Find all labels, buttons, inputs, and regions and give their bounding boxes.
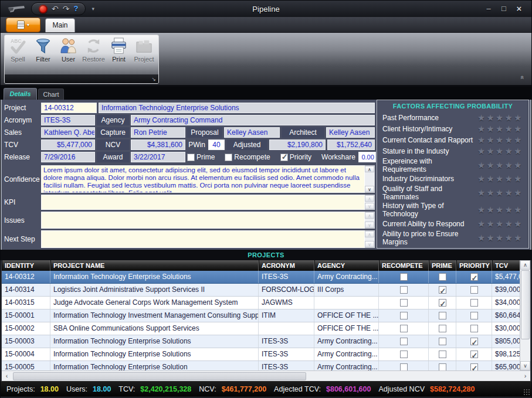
app-menu-icon[interactable] bbox=[39, 5, 48, 13]
table-row[interactable]: 15-00005Information Technology Enterpris… bbox=[2, 361, 520, 370]
star-icon[interactable]: ★ bbox=[496, 113, 505, 123]
vertical-scrollbar[interactable]: ∧ ∨ bbox=[520, 260, 530, 370]
help-icon[interactable]: ? bbox=[73, 5, 78, 13]
star-icon[interactable]: ★ bbox=[477, 135, 487, 145]
scroll-up-icon[interactable]: ∧ bbox=[520, 260, 530, 270]
star-icon[interactable]: ★ bbox=[496, 124, 505, 134]
ribbon-tab-main[interactable]: Main bbox=[45, 18, 75, 32]
recompete-checkbox[interactable] bbox=[400, 325, 408, 332]
horizontal-scrollbar[interactable]: ‹ › bbox=[2, 370, 530, 381]
recompete-checkbox[interactable] bbox=[400, 312, 408, 319]
star-icon[interactable]: ★ bbox=[477, 174, 487, 183]
star-icon[interactable]: ★ bbox=[496, 135, 505, 145]
star-icon[interactable]: ★ bbox=[514, 205, 523, 215]
star-icon[interactable]: ★ bbox=[505, 147, 514, 156]
scrollbar-thumb[interactable] bbox=[13, 372, 306, 380]
user-button[interactable]: User bbox=[56, 37, 81, 63]
star-icon[interactable]: ★ bbox=[496, 147, 505, 156]
table-row[interactable]: 15-00001Information Technology Investmen… bbox=[2, 309, 520, 322]
recompete-checkbox[interactable] bbox=[400, 286, 408, 294]
priority-checkbox[interactable] bbox=[470, 363, 478, 370]
star-icon[interactable]: ★ bbox=[514, 124, 523, 134]
prime-checkbox[interactable] bbox=[439, 338, 446, 345]
column-header-tcv[interactable]: TCV bbox=[492, 260, 520, 271]
priority-checkbox[interactable] bbox=[470, 312, 478, 319]
column-header-priority[interactable]: PRIORITY bbox=[456, 260, 492, 271]
column-header-recompete[interactable]: RECOMPETE bbox=[379, 260, 429, 271]
scroll-left-icon[interactable]: ‹ bbox=[2, 372, 12, 381]
star-icon[interactable]: ★ bbox=[505, 219, 514, 229]
star-icon[interactable]: ★ bbox=[487, 124, 496, 134]
resize-grip-icon[interactable] bbox=[523, 389, 530, 395]
priority-checkbox[interactable] bbox=[470, 286, 478, 294]
star-icon[interactable]: ★ bbox=[505, 205, 514, 215]
star-icon[interactable]: ★ bbox=[505, 135, 514, 145]
star-icon[interactable]: ★ bbox=[505, 233, 514, 243]
prime-checkbox[interactable] bbox=[439, 273, 446, 281]
confidence-scrollbar[interactable]: ∧ ∨ bbox=[365, 165, 375, 193]
star-icon[interactable]: ★ bbox=[505, 161, 514, 170]
application-menu-button[interactable]: ▾ bbox=[6, 18, 40, 32]
prime-checkbox[interactable] bbox=[439, 299, 446, 307]
priority-checkbox[interactable] bbox=[470, 351, 478, 358]
star-icon[interactable]: ★ bbox=[505, 174, 514, 183]
scroll-right-icon[interactable]: › bbox=[520, 372, 530, 381]
sales-field[interactable]: Kathleen Q. Aberr bbox=[41, 127, 95, 138]
proposal-field[interactable]: Kelley Aasen bbox=[224, 127, 280, 138]
recompete-checkbox[interactable] bbox=[400, 299, 408, 307]
star-icon[interactable]: ★ bbox=[496, 205, 505, 215]
project-id-field[interactable]: 14-00312 bbox=[41, 103, 97, 113]
star-icon[interactable]: ★ bbox=[514, 219, 523, 229]
star-icon[interactable]: ★ bbox=[477, 147, 487, 156]
prime-checkbox[interactable] bbox=[187, 154, 195, 161]
star-icon[interactable]: ★ bbox=[505, 113, 514, 123]
adjusted-tcv-field[interactable]: $2,190,800 bbox=[269, 140, 326, 150]
recompete-checkbox[interactable] bbox=[400, 273, 408, 281]
ribbon-collapse-icon[interactable]: « bbox=[519, 76, 526, 79]
star-icon[interactable]: ★ bbox=[514, 147, 523, 156]
print-button[interactable]: Print bbox=[106, 37, 131, 63]
prime-checkbox[interactable] bbox=[439, 363, 446, 370]
column-header-identity[interactable]: IDENTITY bbox=[2, 260, 50, 271]
star-icon[interactable]: ★ bbox=[477, 188, 487, 198]
tcv-field[interactable]: $5,477,000 bbox=[41, 140, 95, 150]
star-icon[interactable]: ★ bbox=[514, 135, 523, 145]
table-row[interactable]: 15-00002SBA Online Communications Suppor… bbox=[2, 322, 520, 335]
star-icon[interactable]: ★ bbox=[496, 219, 505, 229]
recompete-checkbox[interactable] bbox=[400, 351, 408, 358]
star-icon[interactable]: ★ bbox=[514, 233, 523, 243]
column-header-acronym[interactable]: ACRONYM bbox=[259, 260, 314, 271]
star-icon[interactable]: ★ bbox=[477, 124, 487, 134]
star-icon[interactable]: ★ bbox=[505, 124, 514, 134]
scroll-down-icon[interactable]: ∨ bbox=[520, 361, 530, 370]
priority-checkbox[interactable] bbox=[470, 273, 478, 281]
capture-field[interactable]: Ron Petrie bbox=[131, 127, 185, 138]
star-icon[interactable]: ★ bbox=[514, 161, 523, 170]
table-row[interactable]: 14-00312Information Technology Enterpris… bbox=[2, 271, 520, 284]
architect-field[interactable]: Kelley Aasen bbox=[326, 127, 375, 138]
pwin-field[interactable]: 40 bbox=[208, 140, 225, 150]
adjusted-ncv-field[interactable]: $1,752,640 bbox=[327, 140, 375, 150]
kpi-textarea[interactable] bbox=[41, 195, 365, 210]
star-icon[interactable]: ★ bbox=[514, 188, 523, 198]
star-icon[interactable]: ★ bbox=[487, 161, 496, 170]
star-icon[interactable]: ★ bbox=[496, 161, 505, 170]
close-button[interactable]: × bbox=[513, 3, 526, 15]
star-icon[interactable]: ★ bbox=[487, 174, 496, 183]
star-icon[interactable]: ★ bbox=[487, 205, 496, 215]
scroll-down-icon[interactable]: ∨ bbox=[365, 186, 374, 192]
star-icon[interactable]: ★ bbox=[514, 174, 523, 183]
prime-checkbox[interactable] bbox=[439, 286, 446, 294]
star-icon[interactable]: ★ bbox=[477, 219, 487, 229]
priority-checkbox[interactable] bbox=[280, 154, 288, 161]
recompete-checkbox[interactable] bbox=[400, 363, 408, 370]
column-header-agency[interactable]: AGENCY bbox=[314, 260, 379, 271]
tab-details[interactable]: Details bbox=[4, 88, 37, 100]
confidence-textarea[interactable]: Lorem ipsum dolor sit amet, consectetur … bbox=[41, 165, 365, 193]
agency-field[interactable]: Army Contracting Command bbox=[131, 115, 375, 125]
recompete-checkbox[interactable] bbox=[400, 338, 408, 345]
star-icon[interactable]: ★ bbox=[477, 113, 487, 123]
star-icon[interactable]: ★ bbox=[477, 161, 487, 170]
dialog-launcher-icon[interactable]: ↘ bbox=[151, 77, 156, 82]
table-row[interactable]: 14-00315Judge Advocate General Corps Wor… bbox=[2, 297, 520, 309]
